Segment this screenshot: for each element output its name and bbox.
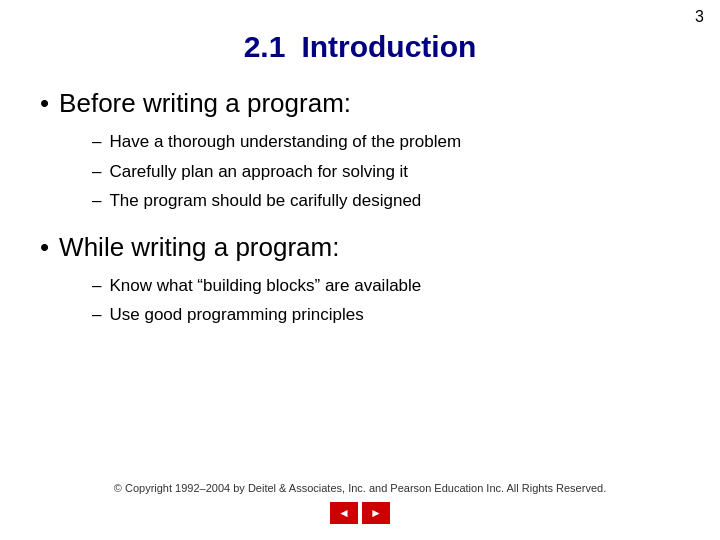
copyright-text: © Copyright 1992–2004 by Deitel & Associ… (114, 482, 606, 494)
while-section: • While writing a program: – Know what “… (40, 232, 680, 328)
before-bullet-dot: • (40, 88, 49, 119)
while-main-bullet: • While writing a program: (40, 232, 680, 263)
next-button[interactable]: ► (362, 502, 390, 524)
list-item: – Use good programming principles (92, 302, 680, 328)
while-sub-1: Know what “building blocks” are availabl… (109, 273, 421, 299)
before-sub-bullets: – Have a thorough understanding of the p… (92, 129, 680, 214)
title-text: Introduction (301, 30, 476, 63)
before-main-bullet: • Before writing a program: (40, 88, 680, 119)
title-number: 2.1 (244, 30, 286, 63)
dash-icon: – (92, 273, 101, 299)
before-sub-1: Have a thorough understanding of the pro… (109, 129, 461, 155)
list-item: – Carefully plan an approach for solving… (92, 159, 680, 185)
while-sub-bullets: – Know what “building blocks” are availa… (92, 273, 680, 328)
before-sub-3: The program should be carifully designed (109, 188, 421, 214)
before-main-label: Before writing a program: (59, 88, 351, 119)
next-arrow-icon: ► (370, 506, 382, 520)
list-item: – The program should be carifully design… (92, 188, 680, 214)
prev-button[interactable]: ◄ (330, 502, 358, 524)
page-number: 3 (695, 8, 704, 26)
while-main-label: While writing a program: (59, 232, 339, 263)
list-item: – Know what “building blocks” are availa… (92, 273, 680, 299)
nav-buttons: ◄ ► (330, 502, 390, 524)
before-sub-2: Carefully plan an approach for solving i… (109, 159, 408, 185)
slide-container: 3 2.1Introduction • Before writing a pro… (0, 0, 720, 540)
dash-icon: – (92, 302, 101, 328)
dash-icon: – (92, 159, 101, 185)
list-item: – Have a thorough understanding of the p… (92, 129, 680, 155)
dash-icon: – (92, 188, 101, 214)
prev-arrow-icon: ◄ (338, 506, 350, 520)
while-bullet-dot: • (40, 232, 49, 263)
before-section: • Before writing a program: – Have a tho… (40, 88, 680, 214)
footer: © Copyright 1992–2004 by Deitel & Associ… (0, 482, 720, 524)
slide-title: 2.1Introduction (40, 30, 680, 64)
dash-icon: – (92, 129, 101, 155)
while-sub-2: Use good programming principles (109, 302, 363, 328)
